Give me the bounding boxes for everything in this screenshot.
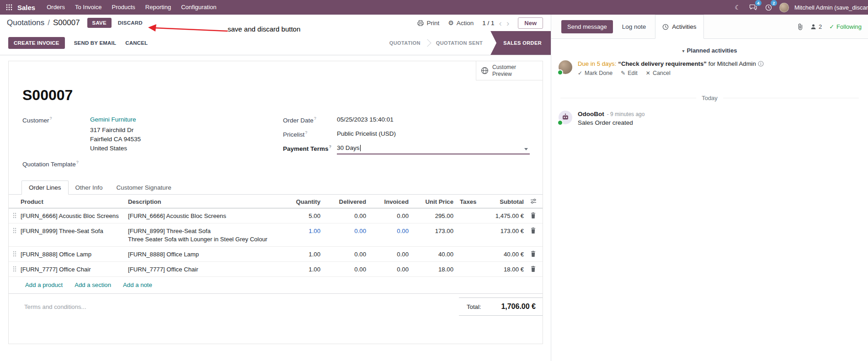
- add-note-link[interactable]: Add a note: [123, 281, 152, 288]
- pager-next-icon[interactable]: ›: [506, 19, 509, 27]
- delete-row-icon[interactable]: [524, 247, 543, 258]
- cell-delivered[interactable]: 0.00: [320, 262, 366, 273]
- message-author[interactable]: OdooBot: [578, 111, 604, 117]
- order-date-value[interactable]: 05/25/2023 15:40:01: [337, 116, 394, 124]
- drag-handle-icon[interactable]: [9, 223, 21, 235]
- cell-taxes[interactable]: [453, 208, 481, 212]
- status-step-quotation-sent[interactable]: QUOTATION SENT: [428, 31, 490, 55]
- status-step-quotation[interactable]: QUOTATION: [382, 31, 428, 55]
- customer-preview-button[interactable]: Customer Preview: [476, 61, 543, 80]
- main-menus: Orders To Invoice Products Reporting Con…: [42, 0, 221, 15]
- menu-orders[interactable]: Orders: [42, 0, 70, 15]
- menu-configuration[interactable]: Configuration: [176, 0, 221, 15]
- delete-row-icon[interactable]: [524, 223, 543, 235]
- dark-mode-moon-icon[interactable]: ☾: [733, 2, 743, 12]
- menu-to-invoice[interactable]: To Invoice: [70, 0, 107, 15]
- following-button[interactable]: ✓ Following: [829, 23, 862, 30]
- cell-unit-price[interactable]: 295.00: [409, 208, 453, 219]
- add-product-link[interactable]: Add a product: [25, 281, 63, 288]
- person-icon: [810, 24, 816, 30]
- total-value: 1,706.00 €: [501, 303, 536, 311]
- attachments-button[interactable]: [797, 23, 803, 30]
- cell-unit-price[interactable]: 18.00: [409, 262, 453, 273]
- discard-button[interactable]: DISCARD: [118, 20, 143, 26]
- cell-product[interactable]: [FURN_7777] Office Chair: [21, 262, 128, 273]
- send-by-email-button[interactable]: SEND BY EMAIL: [74, 40, 116, 46]
- cell-quantity[interactable]: 1.00: [280, 262, 320, 273]
- cell-unit-price[interactable]: 173.00: [409, 223, 453, 234]
- cell-invoiced[interactable]: 0.00: [366, 223, 409, 234]
- messages-icon[interactable]: 4: [748, 2, 758, 12]
- breadcrumb-quotations[interactable]: Quotations: [7, 18, 44, 27]
- save-button[interactable]: SAVE: [87, 18, 112, 28]
- cell-invoiced[interactable]: 0.00: [366, 262, 409, 273]
- table-row: [FURN_7777] Office Chair [FURN_7777] Off…: [9, 262, 543, 277]
- payment-terms-value: 30 Days: [337, 144, 360, 151]
- cell-delivered[interactable]: 0.00: [320, 247, 366, 258]
- payment-terms-input[interactable]: 30 Days: [337, 144, 530, 154]
- planned-activities-label: Planned activities: [687, 47, 737, 54]
- dropdown-caret-icon[interactable]: [524, 148, 528, 150]
- quotation-template-field-row[interactable]: Quotation Template?: [22, 160, 90, 168]
- log-note-button[interactable]: Log note: [622, 23, 646, 30]
- cell-description[interactable]: [FURN_7777] Office Chair: [128, 262, 280, 273]
- add-section-link[interactable]: Add a section: [75, 281, 111, 288]
- text-cursor: [360, 145, 361, 151]
- tab-customer-signature[interactable]: Customer Signature: [110, 181, 178, 194]
- mark-done-button[interactable]: ✓ Mark Done: [578, 70, 612, 76]
- menu-products[interactable]: Products: [107, 0, 140, 15]
- cell-delivered[interactable]: 0.00: [320, 223, 366, 234]
- terms-and-conditions-input[interactable]: Terms and conditions...: [24, 303, 86, 310]
- user-avatar[interactable]: [779, 3, 789, 12]
- create-invoice-button[interactable]: CREATE INVOICE: [8, 37, 65, 49]
- activities-tab[interactable]: Activities: [655, 15, 703, 39]
- print-button[interactable]: Print: [417, 20, 439, 27]
- delete-row-icon[interactable]: [524, 208, 543, 220]
- status-step-sales-order[interactable]: SALES ORDER: [490, 31, 551, 55]
- info-icon[interactable]: [758, 61, 764, 67]
- planned-activities-toggle[interactable]: ▾Planned activities: [551, 47, 868, 54]
- cell-description[interactable]: [FURN_8999] Three-Seat Sofa Three Seater…: [128, 223, 280, 243]
- drag-handle-icon[interactable]: [9, 247, 21, 258]
- send-message-button[interactable]: Send message: [561, 20, 613, 33]
- apps-grid-icon[interactable]: [4, 2, 15, 13]
- cell-quantity[interactable]: 1.00: [280, 247, 320, 258]
- tab-order-lines[interactable]: Order Lines: [21, 180, 69, 195]
- cell-unit-price[interactable]: 40.00: [409, 247, 453, 258]
- cell-quantity[interactable]: 1.00: [280, 223, 320, 234]
- cell-taxes[interactable]: [453, 262, 481, 266]
- header-taxes: Taxes: [453, 195, 481, 205]
- pager-previous-icon[interactable]: ‹: [499, 19, 502, 27]
- cell-product[interactable]: [FURN_8999] Three-Seat Sofa: [21, 223, 128, 234]
- cell-quantity[interactable]: 5.00: [280, 208, 320, 219]
- new-button[interactable]: New: [518, 17, 543, 29]
- user-name[interactable]: Mitchell Admin (save_discar: [794, 4, 868, 11]
- cell-taxes[interactable]: [453, 223, 481, 228]
- cell-invoiced[interactable]: 0.00: [366, 247, 409, 258]
- tab-other-info[interactable]: Other Info: [69, 181, 110, 194]
- menu-reporting[interactable]: Reporting: [140, 0, 176, 15]
- customer-value-link[interactable]: Gemini Furniture: [90, 116, 136, 124]
- cell-taxes[interactable]: [453, 247, 481, 251]
- optional-columns-icon[interactable]: [524, 195, 543, 205]
- app-brand-sales[interactable]: Sales: [17, 4, 35, 11]
- followers-button[interactable]: 2: [810, 23, 822, 30]
- cell-delivered[interactable]: 0.00: [320, 208, 366, 219]
- action-menu-button[interactable]: ⚙ Action: [448, 20, 474, 27]
- delete-row-icon[interactable]: [524, 262, 543, 273]
- cancel-activity-button[interactable]: ✕ Cancel: [646, 70, 671, 76]
- cell-description[interactable]: [FURN_6666] Acoustic Bloc Screens: [128, 208, 280, 219]
- order-date-label: Order Date?: [283, 116, 337, 124]
- cell-product[interactable]: [FURN_6666] Acoustic Bloc Screens: [21, 208, 128, 219]
- help-marker: ?: [76, 160, 79, 165]
- pricelist-value[interactable]: Public Pricelist (USD): [337, 130, 396, 138]
- edit-activity-button[interactable]: ✎ Edit: [621, 70, 638, 76]
- drag-handle-icon[interactable]: [9, 208, 21, 220]
- cancel-button[interactable]: CANCEL: [125, 40, 148, 46]
- pencil-icon: ✎: [621, 70, 625, 76]
- cell-invoiced[interactable]: 0.00: [366, 208, 409, 219]
- cell-description[interactable]: [FURN_8888] Office Lamp: [128, 247, 280, 258]
- activities-clock-icon[interactable]: 2: [764, 2, 774, 12]
- cell-product[interactable]: [FURN_8888] Office Lamp: [21, 247, 128, 258]
- drag-handle-icon[interactable]: [9, 262, 21, 273]
